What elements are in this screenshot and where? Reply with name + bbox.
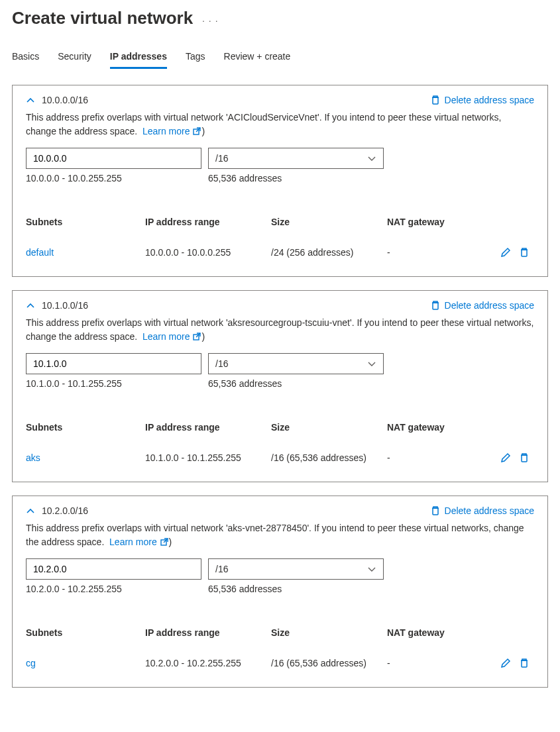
pencil-icon: [500, 247, 511, 258]
subnet-name-link[interactable]: default: [26, 247, 145, 258]
mask-value: /16: [215, 153, 228, 164]
delete-subnet-button[interactable]: [519, 658, 530, 668]
address-space-mask-select[interactable]: /16: [208, 558, 384, 580]
col-header-range: IP address range: [145, 217, 271, 227]
subnet-row: default 10.0.0.0 - 10.0.0.255 /24 (256 a…: [26, 243, 534, 262]
collapse-toggle[interactable]: [26, 96, 35, 104]
pencil-icon: [500, 658, 511, 668]
subnet-name-link[interactable]: aks: [26, 452, 145, 463]
trash-icon: [430, 505, 441, 516]
tab-review-create[interactable]: Review + create: [224, 47, 291, 69]
col-header-size: Size: [271, 422, 387, 433]
subnet-size: /16 (65,536 addresses): [271, 452, 387, 463]
tab-bar: BasicsSecurityIP addressesTagsReview + c…: [12, 47, 548, 69]
address-space-ip-input[interactable]: [26, 353, 201, 374]
chevron-down-icon: [367, 565, 376, 573]
address-count-text: 65,536 addresses: [208, 584, 282, 594]
trash-icon: [519, 247, 530, 258]
mask-value: /16: [215, 564, 228, 574]
address-space-ip-input[interactable]: [26, 558, 201, 580]
external-link-icon: [192, 127, 201, 136]
address-space-ip-input[interactable]: [26, 148, 201, 169]
address-space-mask-select[interactable]: /16: [208, 353, 384, 374]
subnet-nat: -: [387, 452, 476, 463]
edit-subnet-button[interactable]: [500, 658, 511, 668]
col-header-size: Size: [271, 217, 387, 227]
trash-icon: [519, 658, 530, 668]
delete-address-space-label: Delete address space: [445, 95, 534, 105]
overlap-warning-text: This address prefix overlaps with virtua…: [26, 111, 534, 138]
edit-subnet-button[interactable]: [500, 247, 511, 258]
delete-address-space-button[interactable]: Delete address space: [430, 300, 534, 311]
delete-address-space-label: Delete address space: [445, 505, 534, 516]
address-space-card: 10.2.0.0/16 Delete address space This ad…: [12, 496, 548, 688]
subnet-row: aks 10.1.0.0 - 10.1.255.255 /16 (65,536 …: [26, 448, 534, 467]
col-header-range: IP address range: [145, 422, 271, 433]
col-header-size: Size: [271, 627, 387, 638]
subnet-table-header: Subnets IP address range Size NAT gatewa…: [26, 213, 534, 231]
col-header-subnets: Subnets: [26, 422, 145, 433]
mask-value: /16: [215, 358, 228, 369]
trash-icon: [430, 95, 441, 105]
address-range-text: 10.2.0.0 - 10.2.255.255: [26, 584, 201, 594]
subnet-size: /16 (65,536 addresses): [271, 658, 387, 668]
subnet-table-header: Subnets IP address range Size NAT gatewa…: [26, 623, 534, 642]
chevron-down-icon: [367, 154, 376, 162]
subnet-nat: -: [387, 247, 476, 258]
col-header-subnets: Subnets: [26, 217, 145, 227]
subnet-size: /24 (256 addresses): [271, 247, 387, 258]
external-link-icon: [160, 537, 169, 547]
overlap-warning-text: This address prefix overlaps with virtua…: [26, 521, 534, 549]
subnet-range: 10.2.0.0 - 10.2.255.255: [145, 658, 271, 668]
address-space-card: 10.0.0.0/16 Delete address space This ad…: [12, 85, 548, 277]
address-range-text: 10.1.0.0 - 10.1.255.255: [26, 378, 201, 389]
col-header-nat: NAT gateway: [387, 217, 476, 227]
col-header-nat: NAT gateway: [387, 627, 476, 638]
learn-more-link[interactable]: Learn more: [109, 537, 168, 547]
subnet-nat: -: [387, 658, 476, 668]
pencil-icon: [500, 452, 511, 463]
subnet-name-link[interactable]: cg: [26, 658, 145, 668]
trash-icon: [519, 452, 530, 463]
tab-tags[interactable]: Tags: [186, 47, 205, 69]
subnet-range: 10.0.0.0 - 10.0.0.255: [145, 247, 271, 258]
address-space-card: 10.1.0.0/16 Delete address space This ad…: [12, 290, 548, 482]
collapse-toggle[interactable]: [26, 507, 35, 515]
delete-subnet-button[interactable]: [519, 247, 530, 258]
chevron-up-icon: [26, 96, 35, 104]
more-actions-button[interactable]: · · ·: [202, 11, 218, 26]
col-header-subnets: Subnets: [26, 627, 145, 638]
col-header-range: IP address range: [145, 627, 271, 638]
col-header-nat: NAT gateway: [387, 422, 476, 433]
address-range-text: 10.0.0.0 - 10.0.255.255: [26, 173, 201, 183]
overlap-warning-text: This address prefix overlaps with virtua…: [26, 316, 534, 344]
subnet-row: cg 10.2.0.0 - 10.2.255.255 /16 (65,536 a…: [26, 654, 534, 672]
tab-basics[interactable]: Basics: [12, 47, 39, 69]
address-space-mask-select[interactable]: /16: [208, 148, 384, 169]
delete-address-space-button[interactable]: Delete address space: [430, 505, 534, 516]
trash-icon: [430, 300, 441, 311]
address-space-cidr: 10.0.0.0/16: [42, 95, 88, 105]
learn-more-link[interactable]: Learn more: [142, 126, 201, 136]
edit-subnet-button[interactable]: [500, 452, 511, 463]
tab-ip-addresses[interactable]: IP addresses: [110, 47, 167, 69]
collapse-toggle[interactable]: [26, 301, 35, 309]
chevron-up-icon: [26, 301, 35, 309]
subnet-table-header: Subnets IP address range Size NAT gatewa…: [26, 418, 534, 437]
delete-address-space-label: Delete address space: [445, 300, 534, 311]
delete-address-space-button[interactable]: Delete address space: [430, 95, 534, 105]
address-count-text: 65,536 addresses: [208, 378, 282, 389]
learn-more-link[interactable]: Learn more: [142, 331, 201, 342]
address-space-cidr: 10.2.0.0/16: [42, 505, 88, 516]
page-title: Create virtual network: [12, 8, 193, 28]
chevron-up-icon: [26, 507, 35, 515]
delete-subnet-button[interactable]: [519, 452, 530, 463]
tab-security[interactable]: Security: [58, 47, 91, 69]
subnet-range: 10.1.0.0 - 10.1.255.255: [145, 452, 271, 463]
external-link-icon: [192, 332, 201, 341]
address-count-text: 65,536 addresses: [208, 173, 282, 183]
chevron-down-icon: [367, 360, 376, 368]
address-space-cidr: 10.1.0.0/16: [42, 300, 88, 311]
